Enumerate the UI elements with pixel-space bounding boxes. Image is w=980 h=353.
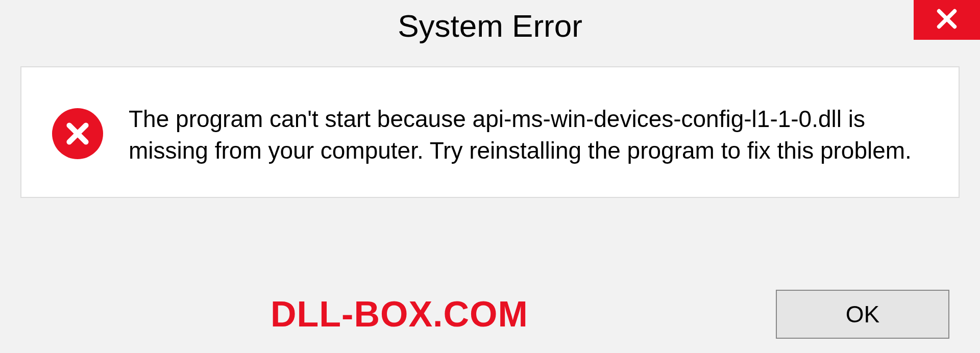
title-bar: System Error <box>0 0 980 51</box>
close-button[interactable] <box>914 0 980 40</box>
content-panel: The program can't start because api-ms-w… <box>20 66 960 198</box>
ok-button[interactable]: OK <box>776 290 949 339</box>
error-message: The program can't start because api-ms-w… <box>129 103 920 166</box>
footer: DLL-BOX.COM OK <box>0 290 980 339</box>
dialog-title: System Error <box>398 8 582 44</box>
watermark-text: DLL-BOX.COM <box>271 294 528 335</box>
error-icon <box>52 108 103 159</box>
close-icon <box>935 7 959 33</box>
